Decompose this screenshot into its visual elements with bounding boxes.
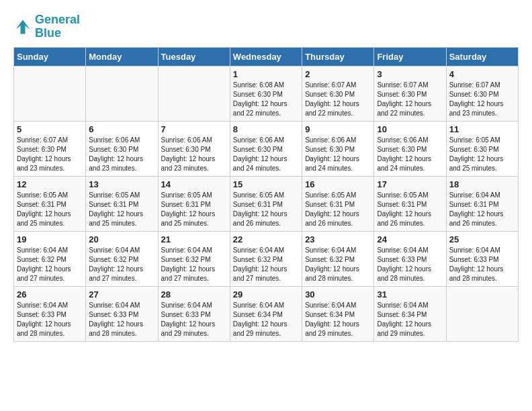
day-number: 14	[161, 179, 227, 189]
calendar-cell	[158, 66, 230, 121]
weekday-header: Friday	[374, 47, 446, 66]
day-info: Sunrise: 6:05 AM Sunset: 6:31 PM Dayligh…	[305, 191, 371, 228]
day-info: Sunrise: 6:04 AM Sunset: 6:32 PM Dayligh…	[305, 246, 371, 283]
day-info: Sunrise: 6:04 AM Sunset: 6:31 PM Dayligh…	[449, 191, 515, 228]
calendar-cell: 25Sunrise: 6:04 AM Sunset: 6:33 PM Dayli…	[446, 231, 518, 286]
weekday-header: Sunday	[14, 47, 86, 66]
calendar-cell: 4Sunrise: 6:07 AM Sunset: 6:30 PM Daylig…	[446, 66, 518, 121]
day-number: 20	[89, 234, 154, 244]
day-info: Sunrise: 6:05 AM Sunset: 6:31 PM Dayligh…	[161, 191, 227, 228]
calendar-cell: 22Sunrise: 6:04 AM Sunset: 6:32 PM Dayli…	[230, 231, 302, 286]
day-number: 8	[233, 124, 299, 134]
day-info: Sunrise: 6:04 AM Sunset: 6:34 PM Dayligh…	[305, 301, 371, 338]
day-number: 11	[449, 124, 515, 134]
weekday-header: Wednesday	[230, 47, 302, 66]
day-number: 25	[449, 234, 515, 244]
weekday-header: Monday	[86, 47, 158, 66]
calendar-week-row: 12Sunrise: 6:05 AM Sunset: 6:31 PM Dayli…	[14, 176, 519, 231]
day-info: Sunrise: 6:04 AM Sunset: 6:34 PM Dayligh…	[377, 301, 443, 338]
calendar-cell	[86, 66, 158, 121]
weekday-header: Tuesday	[158, 47, 230, 66]
logo: General Blue	[13, 13, 80, 40]
calendar-cell: 28Sunrise: 6:04 AM Sunset: 6:33 PM Dayli…	[158, 286, 230, 341]
day-info: Sunrise: 6:07 AM Sunset: 6:30 PM Dayligh…	[449, 81, 515, 118]
day-number: 30	[305, 289, 371, 300]
day-info: Sunrise: 6:04 AM Sunset: 6:34 PM Dayligh…	[233, 301, 299, 338]
day-number: 9	[305, 124, 371, 134]
calendar-cell: 5Sunrise: 6:07 AM Sunset: 6:30 PM Daylig…	[14, 121, 86, 176]
day-number: 17	[377, 179, 443, 189]
calendar-week-row: 26Sunrise: 6:04 AM Sunset: 6:33 PM Dayli…	[14, 286, 519, 341]
day-number: 28	[161, 289, 227, 300]
day-info: Sunrise: 6:07 AM Sunset: 6:30 PM Dayligh…	[377, 81, 443, 118]
day-number: 3	[377, 69, 443, 79]
calendar-cell: 13Sunrise: 6:05 AM Sunset: 6:31 PM Dayli…	[86, 176, 158, 231]
calendar-week-row: 1Sunrise: 6:08 AM Sunset: 6:30 PM Daylig…	[14, 66, 519, 121]
day-number: 12	[17, 179, 83, 189]
day-info: Sunrise: 6:05 AM Sunset: 6:31 PM Dayligh…	[17, 191, 83, 228]
calendar-cell: 7Sunrise: 6:06 AM Sunset: 6:30 PM Daylig…	[158, 121, 230, 176]
day-info: Sunrise: 6:06 AM Sunset: 6:30 PM Dayligh…	[161, 136, 227, 173]
calendar-cell: 21Sunrise: 6:04 AM Sunset: 6:32 PM Dayli…	[158, 231, 230, 286]
day-number: 19	[17, 234, 83, 244]
day-info: Sunrise: 6:06 AM Sunset: 6:30 PM Dayligh…	[233, 136, 299, 173]
day-number: 22	[233, 234, 299, 244]
day-info: Sunrise: 6:05 AM Sunset: 6:31 PM Dayligh…	[377, 191, 443, 228]
day-number: 21	[161, 234, 227, 244]
weekday-header-row: SundayMondayTuesdayWednesdayThursdayFrid…	[14, 47, 519, 66]
calendar-table: SundayMondayTuesdayWednesdayThursdayFrid…	[13, 47, 519, 342]
day-info: Sunrise: 6:06 AM Sunset: 6:30 PM Dayligh…	[377, 136, 443, 173]
day-number: 23	[305, 234, 371, 244]
calendar-cell: 9Sunrise: 6:06 AM Sunset: 6:30 PM Daylig…	[302, 121, 374, 176]
day-number: 18	[449, 179, 515, 189]
day-number: 4	[449, 69, 515, 79]
day-number: 16	[305, 179, 371, 189]
day-info: Sunrise: 6:04 AM Sunset: 6:33 PM Dayligh…	[449, 246, 515, 283]
day-info: Sunrise: 6:06 AM Sunset: 6:30 PM Dayligh…	[305, 136, 371, 173]
day-number: 29	[233, 289, 299, 300]
day-info: Sunrise: 6:07 AM Sunset: 6:30 PM Dayligh…	[17, 136, 83, 173]
calendar-cell: 31Sunrise: 6:04 AM Sunset: 6:34 PM Dayli…	[374, 286, 446, 341]
day-info: Sunrise: 6:06 AM Sunset: 6:30 PM Dayligh…	[89, 136, 154, 173]
day-number: 5	[17, 124, 83, 134]
calendar-cell: 26Sunrise: 6:04 AM Sunset: 6:33 PM Dayli…	[14, 286, 86, 341]
calendar-cell: 20Sunrise: 6:04 AM Sunset: 6:32 PM Dayli…	[86, 231, 158, 286]
calendar-cell: 23Sunrise: 6:04 AM Sunset: 6:32 PM Dayli…	[302, 231, 374, 286]
day-info: Sunrise: 6:08 AM Sunset: 6:30 PM Dayligh…	[233, 81, 299, 118]
day-number: 13	[89, 179, 154, 189]
calendar-week-row: 5Sunrise: 6:07 AM Sunset: 6:30 PM Daylig…	[14, 121, 519, 176]
day-number: 2	[305, 69, 371, 79]
day-info: Sunrise: 6:07 AM Sunset: 6:30 PM Dayligh…	[305, 81, 371, 118]
day-number: 7	[161, 124, 227, 134]
day-info: Sunrise: 6:04 AM Sunset: 6:32 PM Dayligh…	[89, 246, 154, 283]
svg-marker-0	[16, 19, 30, 34]
calendar-cell: 14Sunrise: 6:05 AM Sunset: 6:31 PM Dayli…	[158, 176, 230, 231]
calendar-cell: 10Sunrise: 6:06 AM Sunset: 6:30 PM Dayli…	[374, 121, 446, 176]
day-info: Sunrise: 6:04 AM Sunset: 6:33 PM Dayligh…	[377, 246, 443, 283]
calendar-week-row: 19Sunrise: 6:04 AM Sunset: 6:32 PM Dayli…	[14, 231, 519, 286]
calendar-cell: 3Sunrise: 6:07 AM Sunset: 6:30 PM Daylig…	[374, 66, 446, 121]
calendar-cell: 11Sunrise: 6:05 AM Sunset: 6:30 PM Dayli…	[446, 121, 518, 176]
day-number: 15	[233, 179, 299, 189]
day-number: 31	[377, 289, 443, 300]
day-number: 1	[233, 69, 299, 79]
day-info: Sunrise: 6:04 AM Sunset: 6:33 PM Dayligh…	[161, 301, 227, 338]
calendar-cell: 29Sunrise: 6:04 AM Sunset: 6:34 PM Dayli…	[230, 286, 302, 341]
day-info: Sunrise: 6:05 AM Sunset: 6:30 PM Dayligh…	[449, 136, 515, 173]
calendar-cell: 12Sunrise: 6:05 AM Sunset: 6:31 PM Dayli…	[14, 176, 86, 231]
calendar-cell: 6Sunrise: 6:06 AM Sunset: 6:30 PM Daylig…	[86, 121, 158, 176]
day-info: Sunrise: 6:04 AM Sunset: 6:32 PM Dayligh…	[233, 246, 299, 283]
day-number: 6	[89, 124, 154, 134]
calendar-cell: 2Sunrise: 6:07 AM Sunset: 6:30 PM Daylig…	[302, 66, 374, 121]
calendar-cell: 19Sunrise: 6:04 AM Sunset: 6:32 PM Dayli…	[14, 231, 86, 286]
weekday-header: Saturday	[446, 47, 518, 66]
calendar-cell	[446, 286, 518, 341]
calendar-cell: 15Sunrise: 6:05 AM Sunset: 6:31 PM Dayli…	[230, 176, 302, 231]
day-info: Sunrise: 6:05 AM Sunset: 6:31 PM Dayligh…	[233, 191, 299, 228]
calendar-cell: 30Sunrise: 6:04 AM Sunset: 6:34 PM Dayli…	[302, 286, 374, 341]
day-number: 26	[17, 289, 83, 300]
day-info: Sunrise: 6:05 AM Sunset: 6:31 PM Dayligh…	[89, 191, 154, 228]
day-number: 24	[377, 234, 443, 244]
calendar-cell	[14, 66, 86, 121]
day-info: Sunrise: 6:04 AM Sunset: 6:33 PM Dayligh…	[17, 301, 83, 338]
